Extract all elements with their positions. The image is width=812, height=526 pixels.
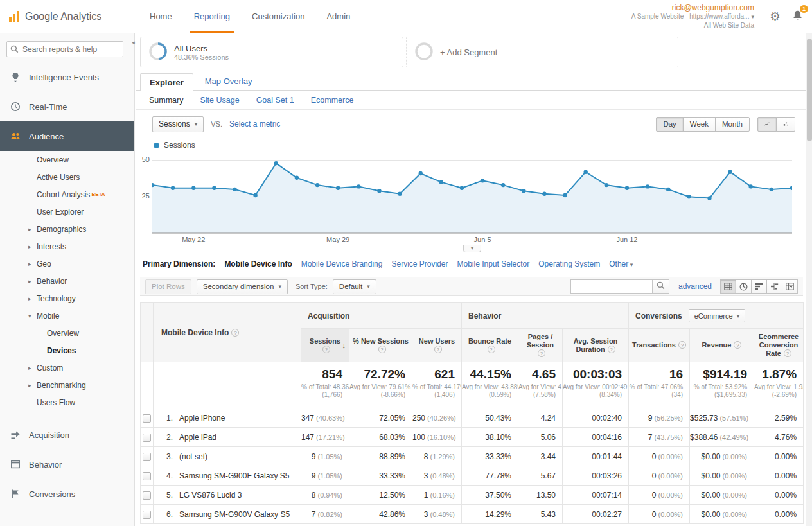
dimension-service-provider[interactable]: Service Provider [391, 259, 448, 268]
column-header-pages-session[interactable]: Pages / Session? [518, 329, 563, 362]
dimension-operating-system[interactable]: Operating System [538, 259, 600, 268]
sidebar-item-demographics[interactable]: ▸Demographics [0, 220, 134, 238]
help-icon[interactable]: ? [322, 346, 330, 353]
subnav-ecommerce[interactable]: Ecommerce [311, 96, 354, 105]
sidebar-item-technology[interactable]: ▸Technology [0, 290, 134, 307]
sidebar-item-active-users[interactable]: Active Users [0, 168, 134, 186]
secondary-dimension-button[interactable]: Secondary dimension ▾ [197, 279, 288, 294]
line-chart-button[interactable] [757, 117, 777, 132]
sidebar-item-user-explorer[interactable]: User Explorer [0, 203, 134, 220]
advanced-search-link[interactable]: advanced [678, 282, 712, 291]
help-icon[interactable]: ? [538, 349, 545, 357]
device-name-cell[interactable]: 5.LG VS876 Lucid 3 [154, 486, 301, 505]
sidebar-item-overview[interactable]: Overview [0, 324, 134, 342]
scrollbar-thumb[interactable] [807, 39, 812, 141]
segment-all-users[interactable]: All Users 48.36% Sessions [140, 37, 403, 67]
column-header-transactions[interactable]: Transactions? [629, 329, 690, 362]
sidebar-item-behavior[interactable]: ▸Behavior [0, 272, 134, 290]
row-checkbox[interactable] [143, 414, 151, 423]
nav-home[interactable]: Home [139, 0, 183, 33]
ga-logo[interactable]: Google Analytics [9, 11, 131, 22]
tab-explorer[interactable]: Explorer [140, 73, 193, 91]
plot-rows-button[interactable]: Plot Rows [145, 279, 191, 294]
sidebar-item-benchmarking[interactable]: ▸Benchmarking [0, 376, 134, 394]
device-name-cell[interactable]: 4.Samsung SM-G900F Galaxy S5 [154, 466, 301, 486]
subnav-summary[interactable]: Summary [149, 96, 183, 105]
row-checkbox[interactable] [143, 434, 151, 442]
column-header-new-users[interactable]: New Users? [412, 329, 462, 362]
sidebar-item-conversions[interactable]: Conversions [0, 479, 134, 509]
row-checkbox[interactable] [143, 491, 151, 500]
notifications-button[interactable]: 1 [792, 10, 803, 24]
dimension-mobile-device-info[interactable]: Mobile Device Info [224, 259, 292, 268]
performance-view-button[interactable] [751, 279, 767, 294]
sidebar-item-acquisition[interactable]: Acquisition [0, 420, 134, 450]
column-header-sessions[interactable]: Sessions?↓ [301, 329, 349, 362]
sidebar-item-overview[interactable]: Overview [0, 151, 134, 168]
column-header-revenue[interactable]: Revenue? [690, 329, 754, 362]
account-info[interactable]: rick@webgumption.com A Sample Website - … [631, 4, 758, 30]
add-segment-button[interactable]: + Add Segment [406, 37, 678, 67]
dimension-column-header[interactable]: Mobile Device Info? [154, 303, 301, 362]
help-icon[interactable]: ? [231, 329, 239, 337]
granularity-month[interactable]: Month [715, 117, 750, 132]
device-name-cell[interactable]: 1.Apple iPhone [154, 408, 301, 428]
sidebar-item-mobile[interactable]: ▾Mobile [0, 307, 134, 324]
granularity-day[interactable]: Day [656, 117, 683, 132]
table-search-input[interactable] [570, 279, 653, 294]
dimension-other[interactable]: Other ▾ [609, 259, 633, 268]
vertical-scrollbar[interactable] [806, 33, 812, 526]
nav-customization[interactable]: Customization [241, 0, 315, 33]
table-search-button[interactable] [653, 279, 669, 294]
search-input[interactable] [6, 41, 123, 57]
sidebar-item-users-flow[interactable]: Users Flow [0, 394, 134, 411]
motion-chart-button[interactable] [776, 117, 795, 132]
help-icon[interactable]: ? [608, 346, 615, 353]
line-chart-plot[interactable] [152, 157, 792, 234]
nav-admin[interactable]: Admin [315, 0, 361, 33]
tab-map-overlay[interactable]: Map Overlay [205, 76, 252, 90]
sidebar-collapse-button[interactable]: ◂ [129, 37, 137, 48]
device-name-cell[interactable]: 6.Samsung SM-G900V Galaxy S5 [154, 505, 301, 524]
row-checkbox[interactable] [143, 511, 151, 519]
column-header-ecommerce-conversion-rate[interactable]: Ecommerce Conversion Rate? [754, 329, 804, 362]
row-checkbox[interactable] [143, 453, 151, 461]
sidebar-item-behavior[interactable]: Behavior [0, 450, 134, 479]
help-icon[interactable]: ? [784, 349, 791, 357]
help-icon[interactable]: ? [488, 346, 495, 353]
sidebar-item-devices[interactable]: Devices [0, 342, 134, 359]
help-icon[interactable]: ? [378, 346, 386, 353]
comparison-view-button[interactable] [766, 279, 782, 294]
granularity-week[interactable]: Week [683, 117, 716, 132]
column-header-bounce-rate[interactable]: Bounce Rate? [462, 329, 518, 362]
pivot-view-button[interactable] [782, 279, 798, 294]
data-view-button[interactable] [720, 279, 736, 294]
device-name-cell[interactable]: 3.(not set) [154, 447, 301, 466]
subnav-site-usage[interactable]: Site Usage [200, 96, 239, 105]
sidebar-item-cohort-analysis[interactable]: Cohort AnalysisBETA [0, 186, 134, 203]
sidebar-item-interests[interactable]: ▸Interests [0, 238, 134, 255]
subnav-goal-set-1[interactable]: Goal Set 1 [256, 96, 294, 105]
device-name-cell[interactable]: 2.Apple iPad [154, 428, 301, 447]
column-header-avg-session-duration[interactable]: Avg. Session Duration? [563, 329, 629, 362]
timeline-expand-button[interactable]: ▾ [463, 245, 481, 252]
sidebar-item-geo[interactable]: ▸Geo [0, 255, 134, 272]
settings-button[interactable]: ⚙ [770, 9, 781, 24]
dimension-mobile-input-selector[interactable]: Mobile Input Selector [457, 259, 530, 268]
nav-reporting[interactable]: Reporting [183, 0, 241, 33]
conversion-goal-selector[interactable]: eCommerce▾ [689, 309, 745, 322]
column-header-new-sessions[interactable]: % New Sessions? [349, 329, 412, 362]
dimension-mobile-device-branding[interactable]: Mobile Device Branding [301, 259, 383, 268]
sidebar-item-audience[interactable]: Audience [0, 121, 134, 151]
sidebar-item-real-time[interactable]: Real-Time [0, 92, 134, 121]
select-a-metric-link[interactable]: Select a metric [229, 119, 280, 128]
sort-type-button[interactable]: Default ▾ [333, 279, 376, 294]
sidebar-item-intelligence-events[interactable]: Intelligence Events [0, 62, 134, 92]
sidebar-item-custom[interactable]: ▸Custom [0, 359, 134, 376]
row-checkbox[interactable] [143, 472, 151, 480]
percentage-view-button[interactable] [736, 279, 752, 294]
help-icon[interactable]: ? [678, 341, 686, 349]
metric-select-button[interactable]: Sessions ▾ [152, 116, 204, 132]
help-icon[interactable]: ? [434, 346, 442, 353]
help-icon[interactable]: ? [734, 341, 741, 349]
